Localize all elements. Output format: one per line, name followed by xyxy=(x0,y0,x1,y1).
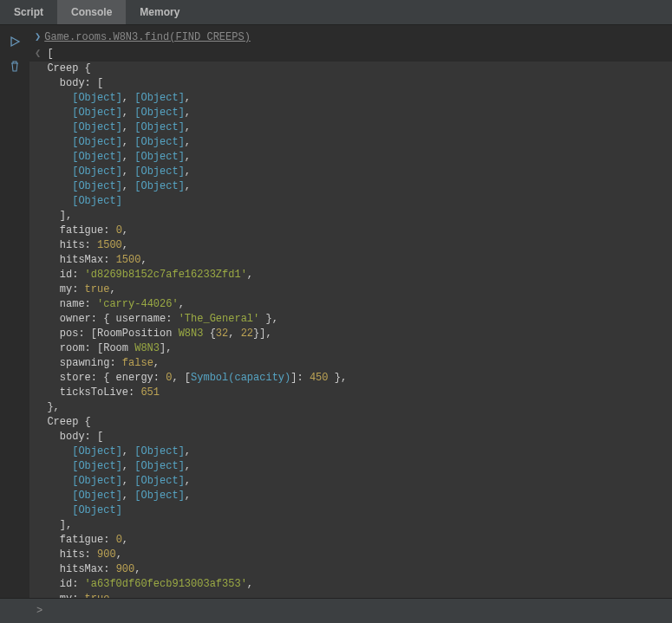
main-area: ❯Game.rooms.W8N3.find(FIND_CREEPS) ❮ [ C… xyxy=(0,25,672,598)
command-text: Game.rooms.W8N3.find(FIND_CREEPS) xyxy=(44,31,251,43)
prompt-chevron-icon: > xyxy=(36,605,42,617)
tab-bar: Script Console Memory xyxy=(0,0,672,25)
command-line: ❯Game.rooms.W8N3.find(FIND_CREEPS) xyxy=(29,30,672,47)
gutter xyxy=(0,25,29,598)
tab-memory[interactable]: Memory xyxy=(126,0,193,24)
run-icon[interactable] xyxy=(9,36,21,48)
output-body: Creep { body: [ [Object], [Object], [Obj… xyxy=(29,62,672,598)
tab-console[interactable]: Console xyxy=(57,0,126,24)
tab-script[interactable]: Script xyxy=(0,0,57,24)
chevron-left-icon: ❮ xyxy=(35,48,41,60)
input-bar[interactable]: > xyxy=(0,598,672,623)
console-output[interactable]: ❯Game.rooms.W8N3.find(FIND_CREEPS) ❮ [ C… xyxy=(29,25,672,598)
trash-icon[interactable] xyxy=(9,60,21,72)
output-marker: ❮ [ xyxy=(29,47,672,62)
svg-marker-0 xyxy=(11,37,19,46)
chevron-right-icon: ❯ xyxy=(35,31,41,43)
